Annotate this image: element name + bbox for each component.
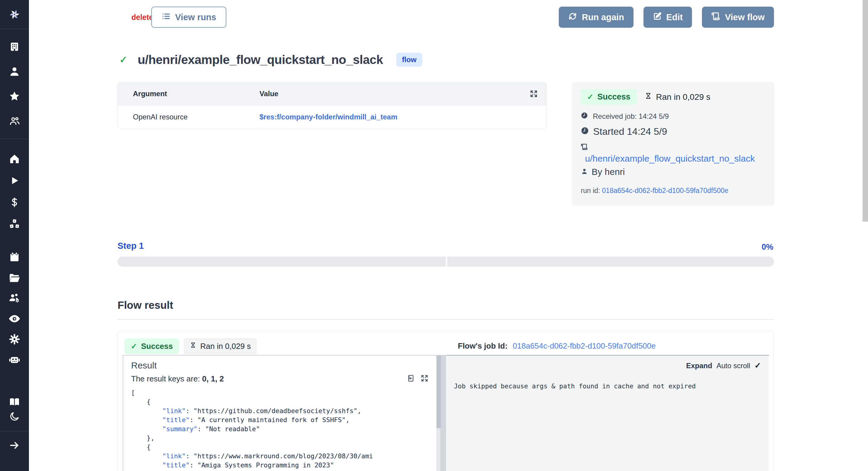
flow-job-id-link[interactable]: 018a654c-d062-fbb2-d100-59fa70df500e [513,341,655,350]
sidebar-item-docs[interactable] [0,395,29,409]
page-title: u/henri/example_flow_quickstart_no_slack [138,53,383,67]
argument-cell: OpenAI resource [133,113,259,121]
sidebar-item-workspace[interactable] [0,34,29,59]
table-row: OpenAI resource$res:f/company-folder/win… [118,105,547,128]
check-icon: ✓ [131,342,137,351]
flow-type-badge: flow [396,53,422,67]
person-icon [581,167,588,177]
sidebar [0,0,29,471]
clock-icon [581,126,589,137]
page-scrollbar[interactable] [863,0,868,471]
flow-path-link[interactable]: u/henri/example_flow_quickstart_no_slack [585,153,766,164]
run-again-button[interactable]: Run again [559,7,633,28]
autoscroll-label: Auto scroll [716,361,750,370]
expand-logs-button[interactable]: Expand [686,361,712,370]
title-row: ✓ u/henri/example_flow_quickstart_no_sla… [118,50,422,69]
book-open-icon [9,396,20,408]
sidebar-nav-group [0,139,29,235]
delete-button[interactable]: delete [131,7,153,28]
view-flow-label: View flow [725,12,765,22]
sidebar-item-folders[interactable] [0,267,29,288]
eye-icon [8,313,21,325]
flow-result-heading: Flow result [118,299,173,311]
panel-splitter[interactable] [441,355,446,471]
log-line: Job skipped because args & path found in… [454,382,761,390]
dollar-icon [9,197,20,208]
sidebar-item-audit-logs[interactable] [0,308,29,329]
cubes-icon [8,218,21,230]
triggered-by-row: By henri [581,167,766,177]
step-1-link[interactable]: Step 1 [118,241,144,251]
edit-icon [653,12,662,23]
sidebar-item-resources[interactable] [0,213,29,235]
sidebar-item-user[interactable] [0,59,29,84]
scrollbar-thumb[interactable] [863,0,868,222]
result-panel: Result The result keys are: 0, 1, 2 [ { … [123,355,441,471]
copy-result-icon[interactable] [406,374,414,382]
flow-scroll-icon [711,12,720,23]
run-info-panel: ✓ Success Ran in 0,029 s Received job: 1… [572,82,775,206]
sidebar-workspace-group [0,29,29,139]
view-runs-label: View runs [175,12,216,22]
run-again-label: Run again [582,12,624,22]
hourglass-icon [645,91,652,102]
sidebar-item-groups[interactable] [0,109,29,133]
sidebar-tools-group [0,247,29,370]
robot-icon [8,353,21,366]
view-flow-button[interactable]: View flow [702,7,774,28]
sidebar-item-expand[interactable] [0,431,29,460]
sidebar-item-schedules[interactable] [0,247,29,267]
step-progress-bar[interactable] [118,257,774,267]
expand-table-icon[interactable] [530,90,538,98]
flow-scroll-icon [581,146,588,151]
list-icon [161,12,170,23]
edit-label: Edit [666,12,683,22]
divider [118,319,774,320]
view-runs-button[interactable]: View runs [151,7,226,28]
calendar-icon [9,252,20,263]
sidebar-item-favorites[interactable] [0,84,29,109]
sidebar-item-theme-toggle[interactable] [0,409,29,424]
column-header-value: Value [259,90,530,98]
value-cell[interactable]: $res:f/company-folder/windmill_ai_team [259,113,538,121]
started-row: Started 14:24 5/9 [581,126,766,137]
sidebar-item-variables[interactable] [0,192,29,213]
result-keys-line: The result keys are: 0, 1, 2 [131,374,433,384]
result-title: Result [131,360,433,371]
gear-icon [9,333,20,345]
run-duration: Ran in 0,029 s [645,91,711,102]
sidebar-item-runs[interactable] [0,170,29,192]
logs-panel: Expand Auto scroll ✓ Job skipped because… [446,355,769,471]
topbar: delete View runs Run again Edit View flo… [118,7,774,28]
moon-icon [9,411,20,422]
column-header-argument: Argument [133,90,259,98]
star-icon [9,90,20,102]
result-json[interactable]: [ { "link": "https://github.com/deadbeef… [131,388,433,470]
sidebar-footer-group [0,395,29,424]
sidebar-item-workers[interactable] [0,288,29,308]
main-area: delete View runs Run again Edit View flo… [29,0,868,471]
home-icon [9,153,20,165]
sidebar-item-settings[interactable] [0,329,29,350]
received-job-row: Received job: 14:24 5/9 [581,112,766,121]
result-scrollbar[interactable] [436,355,441,471]
progress-segment [118,257,446,267]
run-duration-badge: Ran in 0,029 s [184,338,257,354]
check-icon: ✓ [587,93,593,101]
progress-segment [447,257,774,267]
users-icon [8,115,21,127]
expand-result-icon[interactable] [421,374,429,382]
table-body: OpenAI resource$res:f/company-folder/win… [118,105,547,128]
success-check-icon: ✓ [119,54,127,65]
arrow-right-icon [9,440,20,451]
refresh-icon [568,12,577,23]
run-id-link[interactable]: 018a654c-d062-fbb2-d100-59fa70df500e [602,187,728,195]
windmill-logo-icon[interactable] [0,0,29,29]
play-icon [9,176,20,186]
sidebar-item-ai[interactable] [0,350,29,370]
autoscroll-checkbox[interactable]: ✓ [754,361,761,370]
edit-button[interactable]: Edit [644,7,692,28]
hourglass-icon [190,341,196,351]
sidebar-item-home[interactable] [0,148,29,170]
clock-icon [581,112,588,121]
